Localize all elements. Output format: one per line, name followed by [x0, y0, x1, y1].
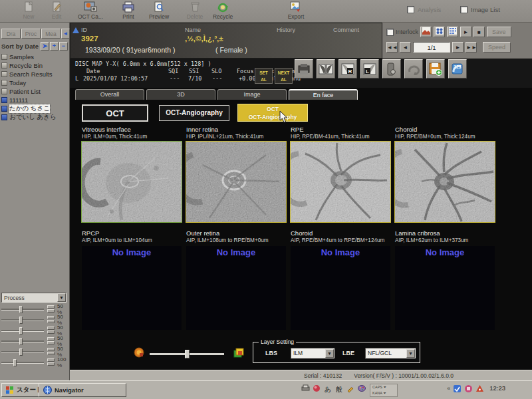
export-button[interactable]: Export [279, 1, 313, 21]
tray-app-icon-red2[interactable] [475, 384, 484, 392]
interlock-checkbox[interactable] [386, 29, 394, 36]
ime-general-icon[interactable]: 般 [334, 384, 344, 394]
sort-direction-icon[interactable]: ➤ [41, 42, 49, 51]
zoom-spinner[interactable] [47, 316, 55, 324]
zoom-slider[interactable] [1, 340, 44, 342]
zoom-spinner[interactable] [47, 348, 55, 356]
enface-image-rpe[interactable] [291, 142, 390, 222]
tab-3d[interactable]: 3D [146, 89, 215, 100]
zoom-slider[interactable] [1, 319, 44, 321]
tile-view-button[interactable] [434, 27, 445, 37]
slider-thumb[interactable] [19, 306, 23, 313]
enface-image-choroid[interactable] [395, 142, 495, 222]
zoom-spinner[interactable] [47, 305, 55, 313]
left-eye-icon[interactable]: L [360, 59, 379, 78]
zoom-slider[interactable] [1, 351, 44, 353]
save-button[interactable]: Save [487, 27, 511, 37]
grid-view-button[interactable] [447, 27, 458, 37]
remove-patient-button[interactable]: − [59, 42, 68, 51]
data-123-icon[interactable]: 123 [448, 59, 467, 78]
analysis-checkbox[interactable] [407, 6, 414, 13]
ime-mode-icon[interactable] [312, 384, 321, 394]
oct-and-angiography-mode-button[interactable]: OCT OCT-Angiography [237, 104, 308, 122]
tree-item-patient-list[interactable]: Patient List [0, 87, 70, 96]
ssi-header: SSI [189, 68, 199, 74]
zoom-spinner[interactable] [47, 337, 55, 345]
zoom-slider[interactable] [1, 330, 44, 332]
thumbnail-view-button[interactable] [420, 27, 432, 37]
frame-counter: 1/1 [413, 42, 450, 53]
navigator-task-button[interactable]: Navigator [39, 383, 126, 397]
ime-caps-kana-indicator[interactable]: CAPS ⏷ KANA ⏷ [370, 384, 398, 397]
set-al-button[interactable]: SETAL [255, 68, 273, 84]
analysis-checkbox-group: Analysis [407, 6, 441, 13]
oct-capture-button[interactable]: OCT Ca... [72, 1, 109, 21]
right-eye-icon[interactable]: R [338, 59, 357, 78]
tab-image[interactable]: Image [217, 89, 287, 100]
printer-tray-icon[interactable] [301, 384, 310, 394]
last-frame-button[interactable]: ►► [466, 42, 477, 53]
sidebar-collapse-arrow-icon[interactable]: ◄ [61, 29, 70, 39]
add-patient-button[interactable]: + [50, 42, 59, 51]
first-frame-button[interactable]: ◄◄ [386, 42, 398, 53]
tree-item-patient-selected[interactable]: たかの ちさこ [0, 104, 70, 113]
oct-mode-button[interactable]: OCT [82, 104, 148, 122]
image-list-checkbox[interactable] [460, 6, 467, 13]
stop-button[interactable]: ■ [473, 27, 485, 37]
ime-palette-icon[interactable] [357, 384, 366, 394]
tree-item-patient[interactable]: 111111 [0, 96, 70, 104]
play-button[interactable]: ► [460, 27, 471, 37]
zoom-slider[interactable] [1, 309, 44, 311]
sidebar-tab-proc[interactable]: Proc [21, 29, 41, 39]
tree-item-patient[interactable]: おでいし あきら [0, 113, 70, 122]
zoom-spinner[interactable] [47, 327, 55, 334]
slider-thumb[interactable] [19, 338, 23, 345]
tree-item-recycle-bin[interactable]: Recycle Bin [0, 61, 70, 70]
save-data-icon[interactable] [426, 59, 445, 78]
preview-magnifier-icon [142, 1, 176, 13]
preview-button[interactable]: Preview [142, 1, 176, 21]
brightness-icon[interactable] [134, 347, 144, 360]
next-al-button[interactable]: NEXTAL [275, 68, 293, 84]
report-icon[interactable] [295, 59, 313, 78]
tab-overall[interactable]: Overall [75, 89, 144, 100]
zoom-slider[interactable] [1, 362, 44, 364]
print-button[interactable]: Print [112, 1, 145, 21]
lbs-dropdown[interactable]: ILM ▼ [291, 348, 334, 358]
tray-app-icon-red1[interactable] [464, 384, 473, 392]
enface-image-vitreous[interactable] [82, 142, 182, 222]
zoom-spinner[interactable] [47, 358, 55, 366]
zoom-slider-row: 50 % [1, 305, 68, 314]
ime-tools-icon[interactable] [346, 384, 355, 394]
lbe-dropdown[interactable]: NFL/GCL ▼ [365, 348, 416, 358]
recycle-button[interactable]: Recycle [206, 1, 239, 21]
sidebar-tab-measure[interactable]: Mea [41, 29, 61, 39]
tree-item-today[interactable]: Today [0, 78, 70, 87]
tray-app-icon-blue[interactable] [453, 384, 462, 392]
patient-id-value: 3927 [81, 35, 98, 43]
slider-thumb[interactable] [19, 317, 23, 324]
slider-thumb[interactable] [19, 327, 23, 334]
both-eyes-icon[interactable] [317, 59, 335, 78]
process-dropdown[interactable]: Process ▼ [1, 293, 66, 303]
slider-thumb[interactable] [19, 348, 23, 356]
sidebar-tab-draw[interactable]: Dra [1, 29, 21, 39]
enface-cell-inner-retina: Inner retina HIP, IPL/INL+21um, Thick:41… [186, 126, 287, 222]
speed-button[interactable]: Speed [483, 42, 511, 53]
slider-thumb[interactable] [13, 359, 17, 366]
oct-angiography-mode-button[interactable]: OCT-Angiography [159, 105, 229, 121]
tab-en-face[interactable]: En face [289, 89, 358, 100]
capture-device-icon[interactable] [382, 59, 401, 78]
tree-item-samples[interactable]: Samples [0, 53, 70, 61]
opacity-slider[interactable] [150, 350, 224, 358]
tray-expand-icon[interactable]: « [447, 385, 450, 392]
enface-image-inner-retina[interactable] [186, 142, 286, 222]
previous-frame-button[interactable]: ◄ [400, 42, 411, 53]
layer-color-icon[interactable] [233, 347, 244, 360]
slider-thumb[interactable] [185, 350, 190, 358]
tree-item-search-results[interactable]: Search Results [0, 70, 70, 78]
no-image-label: No Image [82, 246, 182, 257]
cell-title: Vitreous interface [82, 126, 183, 134]
next-frame-button[interactable]: ► [452, 42, 464, 53]
ime-hiragana-icon[interactable]: あ [323, 384, 332, 394]
